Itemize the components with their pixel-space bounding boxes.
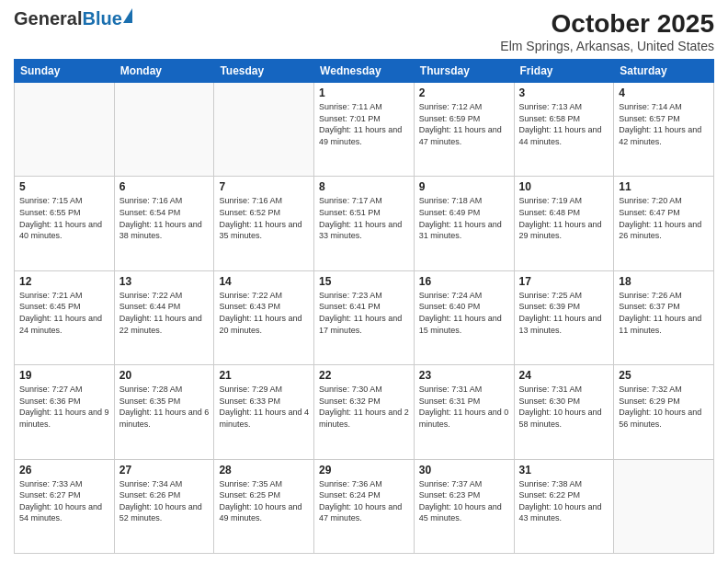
table-row: 21Sunrise: 7:29 AM Sunset: 6:33 PM Dayli… [214, 365, 314, 459]
logo: GeneralBlue [14, 9, 132, 28]
table-row: 29Sunrise: 7:36 AM Sunset: 6:24 PM Dayli… [314, 459, 415, 553]
day-info: Sunrise: 7:37 AM Sunset: 6:23 PM Dayligh… [419, 478, 509, 524]
table-row: 15Sunrise: 7:23 AM Sunset: 6:41 PM Dayli… [314, 270, 415, 364]
table-row: 27Sunrise: 7:34 AM Sunset: 6:26 PM Dayli… [114, 459, 214, 553]
table-row: 12Sunrise: 7:21 AM Sunset: 6:45 PM Dayli… [15, 270, 115, 364]
day-number: 13 [119, 275, 210, 288]
calendar-title: October 2025 [500, 9, 714, 39]
day-number: 3 [519, 86, 609, 99]
page: GeneralBlue October 2025 Elm Springs, Ar… [0, 0, 728, 563]
col-monday: Monday [114, 60, 214, 83]
day-number: 11 [619, 180, 709, 193]
table-row: 5Sunrise: 7:15 AM Sunset: 6:55 PM Daylig… [15, 177, 115, 270]
day-info: Sunrise: 7:20 AM Sunset: 6:47 PM Dayligh… [619, 195, 709, 241]
day-number: 24 [519, 369, 609, 382]
day-number: 12 [19, 275, 109, 288]
day-number: 1 [319, 86, 409, 99]
calendar-week-2: 5Sunrise: 7:15 AM Sunset: 6:55 PM Daylig… [15, 177, 714, 270]
col-thursday: Thursday [414, 60, 514, 83]
day-info: Sunrise: 7:36 AM Sunset: 6:24 PM Dayligh… [319, 478, 409, 524]
day-info: Sunrise: 7:16 AM Sunset: 6:54 PM Dayligh… [119, 195, 210, 241]
table-row: 17Sunrise: 7:25 AM Sunset: 6:39 PM Dayli… [514, 270, 614, 364]
day-info: Sunrise: 7:24 AM Sunset: 6:40 PM Dayligh… [419, 290, 509, 336]
table-row: 3Sunrise: 7:13 AM Sunset: 6:58 PM Daylig… [514, 83, 614, 177]
col-wednesday: Wednesday [314, 60, 415, 83]
table-row: 24Sunrise: 7:31 AM Sunset: 6:30 PM Dayli… [514, 365, 614, 459]
table-row: 20Sunrise: 7:28 AM Sunset: 6:35 PM Dayli… [114, 365, 214, 459]
day-info: Sunrise: 7:13 AM Sunset: 6:58 PM Dayligh… [519, 101, 609, 147]
table-row [114, 83, 214, 177]
table-row: 22Sunrise: 7:30 AM Sunset: 6:32 PM Dayli… [314, 365, 415, 459]
day-info: Sunrise: 7:29 AM Sunset: 6:33 PM Dayligh… [219, 384, 309, 430]
table-row: 23Sunrise: 7:31 AM Sunset: 6:31 PM Dayli… [414, 365, 514, 459]
day-info: Sunrise: 7:33 AM Sunset: 6:27 PM Dayligh… [19, 478, 109, 524]
day-number: 14 [219, 275, 309, 288]
day-info: Sunrise: 7:12 AM Sunset: 6:59 PM Dayligh… [419, 101, 509, 147]
day-number: 10 [519, 180, 609, 193]
day-number: 25 [619, 369, 709, 382]
day-info: Sunrise: 7:32 AM Sunset: 6:29 PM Dayligh… [619, 384, 709, 430]
table-row [214, 83, 314, 177]
day-info: Sunrise: 7:34 AM Sunset: 6:26 PM Dayligh… [119, 478, 210, 524]
day-number: 30 [419, 464, 509, 477]
calendar-week-5: 26Sunrise: 7:33 AM Sunset: 6:27 PM Dayli… [15, 459, 714, 553]
col-saturday: Saturday [614, 60, 714, 83]
table-row: 13Sunrise: 7:22 AM Sunset: 6:44 PM Dayli… [114, 270, 214, 364]
table-row: 4Sunrise: 7:14 AM Sunset: 6:57 PM Daylig… [614, 83, 714, 177]
day-info: Sunrise: 7:17 AM Sunset: 6:51 PM Dayligh… [319, 195, 409, 241]
table-row: 31Sunrise: 7:38 AM Sunset: 6:22 PM Dayli… [514, 459, 614, 553]
day-number: 26 [19, 464, 109, 477]
calendar-week-4: 19Sunrise: 7:27 AM Sunset: 6:36 PM Dayli… [15, 365, 714, 459]
col-tuesday: Tuesday [214, 60, 314, 83]
day-info: Sunrise: 7:31 AM Sunset: 6:30 PM Dayligh… [519, 384, 609, 430]
day-number: 16 [419, 275, 509, 288]
day-number: 15 [319, 275, 409, 288]
title-block: October 2025 Elm Springs, Arkansas, Unit… [500, 9, 714, 53]
day-number: 31 [519, 464, 609, 477]
table-row: 14Sunrise: 7:22 AM Sunset: 6:43 PM Dayli… [214, 270, 314, 364]
day-number: 21 [219, 369, 309, 382]
day-info: Sunrise: 7:35 AM Sunset: 6:25 PM Dayligh… [219, 478, 309, 524]
day-number: 6 [119, 180, 210, 193]
day-info: Sunrise: 7:28 AM Sunset: 6:35 PM Dayligh… [119, 384, 210, 430]
col-friday: Friday [514, 60, 614, 83]
day-info: Sunrise: 7:21 AM Sunset: 6:45 PM Dayligh… [19, 290, 109, 336]
table-row: 26Sunrise: 7:33 AM Sunset: 6:27 PM Dayli… [15, 459, 115, 553]
day-number: 28 [219, 464, 309, 477]
day-info: Sunrise: 7:38 AM Sunset: 6:22 PM Dayligh… [519, 478, 609, 524]
day-number: 22 [319, 369, 409, 382]
day-info: Sunrise: 7:18 AM Sunset: 6:49 PM Dayligh… [419, 195, 509, 241]
table-row: 16Sunrise: 7:24 AM Sunset: 6:40 PM Dayli… [414, 270, 514, 364]
table-row: 25Sunrise: 7:32 AM Sunset: 6:29 PM Dayli… [614, 365, 714, 459]
day-info: Sunrise: 7:15 AM Sunset: 6:55 PM Dayligh… [19, 195, 109, 241]
calendar-week-3: 12Sunrise: 7:21 AM Sunset: 6:45 PM Dayli… [15, 270, 714, 364]
table-row: 8Sunrise: 7:17 AM Sunset: 6:51 PM Daylig… [314, 177, 415, 270]
day-number: 19 [19, 369, 109, 382]
logo-general: GeneralBlue [14, 9, 122, 28]
calendar-table: Sunday Monday Tuesday Wednesday Thursday… [14, 59, 714, 554]
day-number: 4 [619, 86, 709, 99]
calendar-subtitle: Elm Springs, Arkansas, United States [500, 39, 714, 53]
table-row [614, 459, 714, 553]
day-number: 27 [119, 464, 210, 477]
table-row: 18Sunrise: 7:26 AM Sunset: 6:37 PM Dayli… [614, 270, 714, 364]
day-number: 5 [19, 180, 109, 193]
day-info: Sunrise: 7:31 AM Sunset: 6:31 PM Dayligh… [419, 384, 509, 430]
day-number: 20 [119, 369, 210, 382]
day-info: Sunrise: 7:26 AM Sunset: 6:37 PM Dayligh… [619, 290, 709, 336]
header: GeneralBlue October 2025 Elm Springs, Ar… [14, 9, 714, 53]
day-number: 18 [619, 275, 709, 288]
day-info: Sunrise: 7:23 AM Sunset: 6:41 PM Dayligh… [319, 290, 409, 336]
day-info: Sunrise: 7:27 AM Sunset: 6:36 PM Dayligh… [19, 384, 109, 430]
table-row: 11Sunrise: 7:20 AM Sunset: 6:47 PM Dayli… [614, 177, 714, 270]
day-info: Sunrise: 7:11 AM Sunset: 7:01 PM Dayligh… [319, 101, 409, 147]
table-row: 28Sunrise: 7:35 AM Sunset: 6:25 PM Dayli… [214, 459, 314, 553]
table-row: 7Sunrise: 7:16 AM Sunset: 6:52 PM Daylig… [214, 177, 314, 270]
table-row: 2Sunrise: 7:12 AM Sunset: 6:59 PM Daylig… [414, 83, 514, 177]
day-number: 29 [319, 464, 409, 477]
col-sunday: Sunday [15, 60, 115, 83]
table-row [15, 83, 115, 177]
table-row: 10Sunrise: 7:19 AM Sunset: 6:48 PM Dayli… [514, 177, 614, 270]
day-info: Sunrise: 7:30 AM Sunset: 6:32 PM Dayligh… [319, 384, 409, 430]
calendar-header-row: Sunday Monday Tuesday Wednesday Thursday… [15, 60, 714, 83]
